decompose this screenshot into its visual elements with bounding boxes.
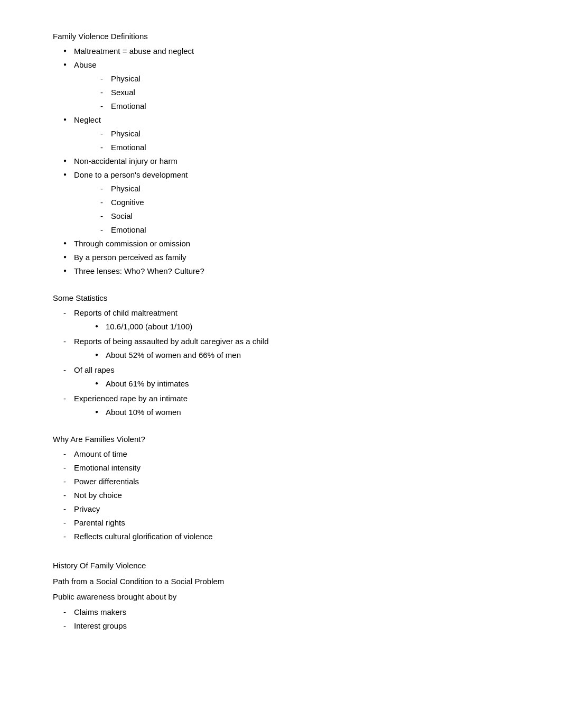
history-list: Claims makers Interest groups — [53, 606, 519, 632]
history-section: History Of Family Violence Path from a S… — [53, 559, 519, 632]
abuse-sub-list: Physical Sexual Emotional — [74, 72, 519, 113]
history-line1: Path from a Social Condition to a Social… — [53, 575, 519, 588]
list-item: Neglect Physical Emotional — [63, 114, 519, 154]
list-item: Of all rapes About 61% by intimates — [63, 364, 519, 390]
list-item: Parental rights — [63, 517, 519, 529]
list-item: Claims makers — [63, 606, 519, 619]
list-item: Interest groups — [63, 620, 519, 632]
some-statistics-list: Reports of child maltreatment 10.6/1,000… — [53, 307, 519, 419]
stat-sub-list: About 61% by intimates — [74, 377, 519, 390]
stat-sub-list: 10.6/1,000 (about 1/100) — [74, 320, 519, 333]
list-item: Non-accidental injury or harm — [63, 155, 519, 168]
list-item: Physical — [100, 127, 519, 140]
list-item: Cognitive — [100, 196, 519, 209]
list-item: Amount of time — [63, 448, 519, 460]
family-violence-definitions-title: Family Violence Definitions — [53, 32, 519, 41]
list-item: Emotional intensity — [63, 462, 519, 474]
why-families-violent-title: Why Are Families Violent? — [53, 435, 519, 444]
list-item: 10.6/1,000 (about 1/100) — [95, 320, 519, 333]
why-families-violent-section: Why Are Families Violent? Amount of time… — [53, 435, 519, 543]
list-item: Three lenses: Who? When? Culture? — [63, 265, 519, 278]
list-item: Physical — [100, 182, 519, 195]
neglect-sub-list: Physical Emotional — [74, 127, 519, 154]
list-item: Power differentials — [63, 475, 519, 488]
list-item: Maltreatment = abuse and neglect — [63, 45, 519, 58]
family-violence-definitions-list: Maltreatment = abuse and neglect Abuse P… — [53, 45, 519, 278]
some-statistics-section: Some Statistics Reports of child maltrea… — [53, 293, 519, 419]
history-title: History Of Family Violence — [53, 559, 519, 573]
list-item: Physical — [100, 72, 519, 85]
list-item: Abuse Physical Sexual Emotional — [63, 59, 519, 113]
family-violence-definitions-section: Family Violence Definitions Maltreatment… — [53, 32, 519, 278]
stat-sub-list: About 52% of women and 66% of men — [74, 349, 519, 362]
some-statistics-title: Some Statistics — [53, 293, 519, 302]
list-item: About 10% of women — [95, 406, 519, 419]
history-line2: Public awareness brought about by — [53, 590, 519, 604]
why-families-violent-list: Amount of time Emotional intensity Power… — [53, 448, 519, 543]
list-item: Experienced rape by an intimate About 10… — [63, 392, 519, 419]
list-item: Not by choice — [63, 489, 519, 502]
stat-sub-list: About 10% of women — [74, 406, 519, 419]
list-item: Through commission or omission — [63, 237, 519, 250]
list-item: Reports of child maltreatment 10.6/1,000… — [63, 307, 519, 333]
list-item: Emotional — [100, 224, 519, 236]
list-item: Privacy — [63, 503, 519, 515]
list-item: Emotional — [100, 141, 519, 154]
development-sub-list: Physical Cognitive Social Emotional — [74, 182, 519, 236]
list-item: Reports of being assaulted by adult care… — [63, 335, 519, 362]
list-item: Sexual — [100, 86, 519, 99]
list-item: About 61% by intimates — [95, 377, 519, 390]
list-item: About 52% of women and 66% of men — [95, 349, 519, 362]
list-item: Social — [100, 210, 519, 223]
list-item: Done to a person's development Physical … — [63, 169, 519, 236]
list-item: Emotional — [100, 100, 519, 113]
list-item: By a person perceived as family — [63, 251, 519, 264]
list-item: Reflects cultural glorification of viole… — [63, 530, 519, 543]
